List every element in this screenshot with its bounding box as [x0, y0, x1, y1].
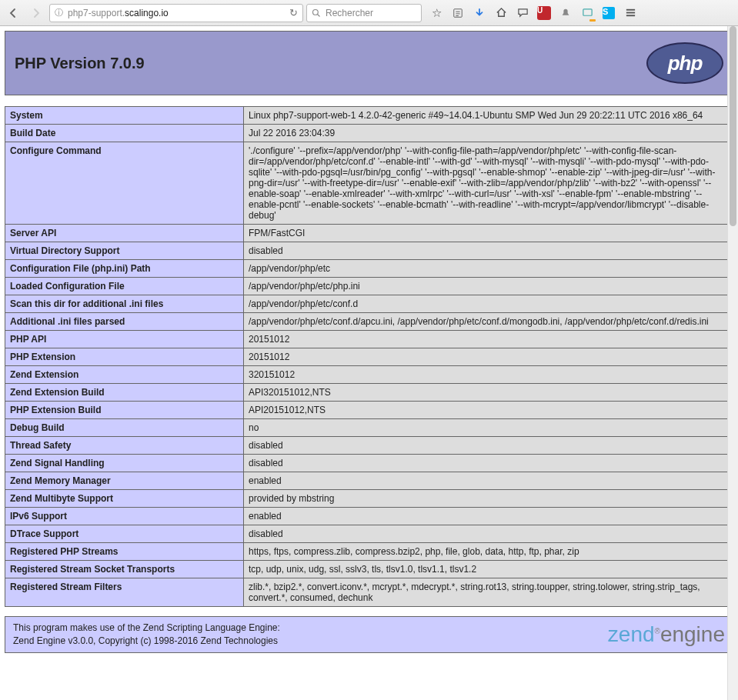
- table-row: Zend Multibyte Supportprovided by mbstri…: [5, 490, 733, 508]
- table-row: Zend Extension BuildAPI320151012,NTS: [5, 384, 733, 402]
- table-key: PHP API: [5, 331, 244, 348]
- table-value: tcp, udp, unix, udg, ssl, sslv3, tls, tl…: [244, 561, 733, 578]
- table-row: Configuration File (php.ini) Path/app/ve…: [5, 260, 733, 278]
- svg-line-1: [318, 14, 320, 16]
- toolbar-icons: ☆ U S: [426, 3, 640, 23]
- table-value: API320151012,NTS: [244, 384, 733, 402]
- zend-credits-text: This program makes use of the Zend Scrip…: [13, 622, 280, 648]
- phpinfo-header: PHP Version 7.0.9 php: [5, 31, 733, 95]
- table-value: 320151012: [244, 366, 733, 384]
- table-value: /app/vendor/php/etc: [244, 260, 733, 278]
- table-row: PHP Extension BuildAPI20151012,NTS: [5, 402, 733, 419]
- table-row: Zend Memory Managerenabled: [5, 472, 733, 490]
- table-value: './configure' '--prefix=/app/vendor/php'…: [244, 142, 733, 225]
- site-identity-icon[interactable]: ⓘ: [55, 7, 63, 18]
- table-row: PHP API20151012: [5, 331, 733, 348]
- table-row: Zend Signal Handlingdisabled: [5, 455, 733, 472]
- table-row: Server APIFPM/FastCGI: [5, 225, 733, 242]
- table-key: Zend Signal Handling: [5, 455, 244, 472]
- table-row: Additional .ini files parsed/app/vendor/…: [5, 313, 733, 331]
- table-row: Registered PHP Streamshttps, ftps, compr…: [5, 543, 733, 561]
- back-button[interactable]: [3, 3, 23, 23]
- table-row: Scan this dir for additional .ini files/…: [5, 295, 733, 313]
- table-row: Configure Command'./configure' '--prefix…: [5, 142, 733, 225]
- ublock-icon[interactable]: U: [534, 3, 554, 23]
- table-value: disabled: [244, 455, 733, 472]
- table-key: Registered PHP Streams: [5, 543, 244, 561]
- scrollbar-thumb[interactable]: [730, 26, 736, 226]
- table-value: disabled: [244, 242, 733, 260]
- table-value: 20151012: [244, 331, 733, 348]
- table-row: Build DateJul 22 2016 23:04:39: [5, 125, 733, 142]
- table-value: /app/vendor/php/etc/php.ini: [244, 278, 733, 295]
- search-icon: [312, 8, 321, 18]
- table-row: Debug Buildno: [5, 419, 733, 437]
- table-key: IPv6 Support: [5, 508, 244, 525]
- table-value: API20151012,NTS: [244, 402, 733, 419]
- table-row: Registered Stream Filterszlib.*, bzip2.*…: [5, 578, 733, 607]
- svg-point-0: [313, 9, 319, 15]
- table-key: Loaded Configuration File: [5, 278, 244, 295]
- table-key: PHP Extension: [5, 348, 244, 366]
- table-row: PHP Extension20151012: [5, 348, 733, 366]
- table-key: Zend Extension: [5, 366, 244, 384]
- table-row: Registered Stream Socket Transportstcp, …: [5, 561, 733, 578]
- table-key: Scan this dir for additional .ini files: [5, 295, 244, 313]
- screenshot-icon[interactable]: [577, 3, 597, 23]
- table-value: /app/vendor/php/etc/conf.d: [244, 295, 733, 313]
- table-key: Server API: [5, 225, 244, 242]
- table-key: PHP Extension Build: [5, 402, 244, 419]
- table-value: https, ftps, compress.zlib, compress.bzi…: [244, 543, 733, 561]
- downloads-icon[interactable]: [469, 3, 489, 23]
- skype-icon[interactable]: S: [599, 3, 619, 23]
- table-row: Zend Extension320151012: [5, 366, 733, 384]
- page-content: PHP Version 7.0.9 php SystemLinux php7-s…: [0, 26, 738, 658]
- menu-icon[interactable]: [620, 3, 640, 23]
- table-key: System: [5, 107, 244, 125]
- reader-view-icon[interactable]: [448, 3, 468, 23]
- bookmark-star-icon[interactable]: ☆: [426, 3, 446, 23]
- svg-rect-6: [583, 9, 591, 15]
- search-placeholder: Rechercher: [326, 8, 373, 18]
- browser-toolbar: ⓘ php7-support.scalingo.io ↻ Rechercher …: [0, 0, 738, 26]
- url-bar[interactable]: ⓘ php7-support.scalingo.io ↻: [49, 4, 303, 22]
- table-key: Configuration File (php.ini) Path: [5, 260, 244, 278]
- table-key: Zend Extension Build: [5, 384, 244, 402]
- home-icon[interactable]: [491, 3, 511, 23]
- reload-button[interactable]: ↻: [289, 7, 298, 18]
- zend-logo: zend®engine: [608, 622, 725, 647]
- table-value: disabled: [244, 437, 733, 455]
- table-key: Registered Stream Socket Transports: [5, 561, 244, 578]
- table-key: Debug Build: [5, 419, 244, 437]
- vertical-scrollbar[interactable]: [727, 26, 738, 658]
- zend-credits-box: This program makes use of the Zend Scrip…: [5, 616, 733, 653]
- table-value: provided by mbstring: [244, 490, 733, 508]
- url-text: php7-support.scalingo.io: [68, 8, 169, 18]
- table-key: Configure Command: [5, 142, 244, 225]
- table-value: Jul 22 2016 23:04:39: [244, 125, 733, 142]
- table-row: Thread Safetydisabled: [5, 437, 733, 455]
- table-value: enabled: [244, 508, 733, 525]
- forward-button: [26, 3, 46, 23]
- table-value: FPM/FastCGI: [244, 225, 733, 242]
- php-logo: php: [646, 42, 723, 84]
- table-key: Build Date: [5, 125, 244, 142]
- table-key: Additional .ini files parsed: [5, 313, 244, 331]
- table-value: enabled: [244, 472, 733, 490]
- page-title: PHP Version 7.0.9: [15, 55, 145, 72]
- table-value: zlib.*, bzip2.*, convert.iconv.*, mcrypt…: [244, 578, 733, 607]
- table-value: Linux php7-support-web-1 4.2.0-42-generi…: [244, 107, 733, 125]
- table-row: Virtual Directory Supportdisabled: [5, 242, 733, 260]
- table-value: no: [244, 419, 733, 437]
- phpinfo-table: SystemLinux php7-support-web-1 4.2.0-42-…: [5, 106, 733, 607]
- search-bar[interactable]: Rechercher: [306, 4, 422, 22]
- table-row: SystemLinux php7-support-web-1 4.2.0-42-…: [5, 107, 733, 125]
- table-row: DTrace Supportdisabled: [5, 525, 733, 543]
- notifications-icon[interactable]: [556, 3, 576, 23]
- table-key: DTrace Support: [5, 525, 244, 543]
- table-key: Zend Memory Manager: [5, 472, 244, 490]
- table-key: Thread Safety: [5, 437, 244, 455]
- table-row: Loaded Configuration File/app/vendor/php…: [5, 278, 733, 295]
- chat-icon[interactable]: [513, 3, 533, 23]
- table-value: disabled: [244, 525, 733, 543]
